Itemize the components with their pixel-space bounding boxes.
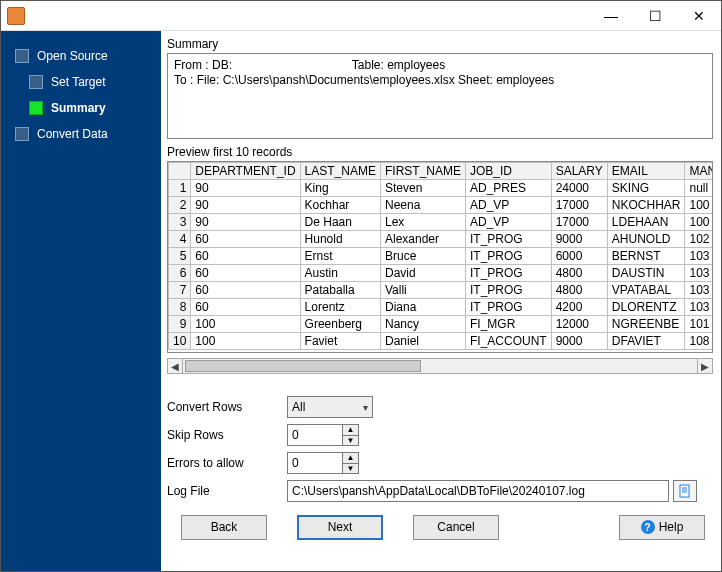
row-number: 8 — [169, 299, 191, 316]
svg-rect-0 — [680, 485, 689, 497]
table-cell: 9000 — [551, 333, 607, 350]
table-row[interactable]: 390De HaanLexAD_VP17000LDEHAAN100 — [169, 214, 714, 231]
table-row[interactable]: 190KingStevenAD_PRES24000SKINGnull — [169, 180, 714, 197]
summary-box: From : DB: Table: employees To : File: C… — [167, 53, 713, 139]
help-icon: ? — [641, 520, 655, 534]
close-button[interactable]: ✕ — [677, 1, 721, 30]
next-button[interactable]: Next — [297, 515, 383, 540]
errors-allow-stepper[interactable]: ▲▼ — [287, 452, 359, 474]
table-cell: 90 — [191, 214, 300, 231]
table-cell: Alexander — [380, 231, 465, 248]
table-cell: 103 — [685, 299, 713, 316]
row-number: 4 — [169, 231, 191, 248]
row-number: 2 — [169, 197, 191, 214]
scroll-track[interactable] — [183, 358, 697, 374]
wizard-sidebar: Open Source Set Target Summary Convert D… — [1, 31, 161, 571]
table-cell: LDEHAAN — [607, 214, 685, 231]
table-cell: 60 — [191, 265, 300, 282]
summary-line-from: From : DB: Table: employees — [174, 58, 445, 72]
table-row[interactable]: 10100FavietDanielFI_ACCOUNT9000DFAVIET10… — [169, 333, 714, 350]
scroll-right-icon[interactable]: ▶ — [697, 358, 713, 374]
errors-allow-input[interactable] — [288, 453, 342, 473]
column-header[interactable]: JOB_ID — [465, 163, 551, 180]
table-cell: VPATABAL — [607, 282, 685, 299]
table-cell: 60 — [191, 248, 300, 265]
table-cell: Bruce — [380, 248, 465, 265]
row-number: 10 — [169, 333, 191, 350]
spin-up-icon[interactable]: ▲ — [343, 425, 358, 436]
skip-rows-label: Skip Rows — [167, 428, 287, 442]
table-cell: 60 — [191, 282, 300, 299]
table-cell: NKOCHHAR — [607, 197, 685, 214]
table-cell: AD_VP — [465, 197, 551, 214]
table-cell: 60 — [191, 299, 300, 316]
spin-up-icon[interactable]: ▲ — [343, 453, 358, 464]
preview-heading: Preview first 10 records — [167, 145, 713, 159]
table-cell: DLORENTZ — [607, 299, 685, 316]
table-row[interactable]: 460HunoldAlexanderIT_PROG9000AHUNOLD102 — [169, 231, 714, 248]
table-cell: 100 — [685, 197, 713, 214]
step-node-icon — [15, 127, 29, 141]
scroll-left-icon[interactable]: ◀ — [167, 358, 183, 374]
minimize-button[interactable]: — — [589, 1, 633, 30]
column-header[interactable]: EMAIL — [607, 163, 685, 180]
row-number: 7 — [169, 282, 191, 299]
wizard-footer: Back Next Cancel ? Help — [167, 505, 713, 549]
column-header[interactable]: LAST_NAME — [300, 163, 380, 180]
table-cell: IT_PROG — [465, 265, 551, 282]
sidebar-item-set-target[interactable]: Set Target — [1, 69, 161, 95]
help-button[interactable]: ? Help — [619, 515, 705, 540]
table-cell: 60 — [191, 231, 300, 248]
table-row[interactable]: 560ErnstBruceIT_PROG6000BERNST103 — [169, 248, 714, 265]
table-cell: 12000 — [551, 316, 607, 333]
table-cell: IT_PROG — [465, 231, 551, 248]
table-cell: 90 — [191, 180, 300, 197]
errors-allow-label: Errors to allow — [167, 456, 287, 470]
table-row[interactable]: 760PataballaValliIT_PROG4800VPATABAL103 — [169, 282, 714, 299]
table-row[interactable]: 290KochharNeenaAD_VP17000NKOCHHAR100 — [169, 197, 714, 214]
logfile-input[interactable] — [287, 480, 669, 502]
sidebar-item-label: Summary — [51, 101, 106, 115]
table-cell: 103 — [685, 282, 713, 299]
logfile-browse-button[interactable] — [673, 480, 697, 502]
table-cell: Neena — [380, 197, 465, 214]
maximize-button[interactable]: ☐ — [633, 1, 677, 30]
summary-line-to: To : File: C:\Users\pansh\Documents\empl… — [174, 73, 554, 87]
sidebar-item-label: Convert Data — [37, 127, 108, 141]
cancel-button[interactable]: Cancel — [413, 515, 499, 540]
column-header[interactable]: FIRST_NAME — [380, 163, 465, 180]
table-row[interactable]: 660AustinDavidIT_PROG4800DAUSTIN103 — [169, 265, 714, 282]
table-cell: 4800 — [551, 282, 607, 299]
spin-down-icon[interactable]: ▼ — [343, 464, 358, 474]
convert-rows-select[interactable]: All ▾ — [287, 396, 373, 418]
app-window: — ☐ ✕ Open Source Set Target Summary Con… — [0, 0, 722, 572]
table-cell: Daniel — [380, 333, 465, 350]
skip-rows-input[interactable] — [288, 425, 342, 445]
column-header[interactable]: DEPARTMENT_ID — [191, 163, 300, 180]
sidebar-item-open-source[interactable]: Open Source — [1, 43, 161, 69]
preview-table: DEPARTMENT_IDLAST_NAMEFIRST_NAMEJOB_IDSA… — [167, 161, 713, 353]
row-number: 1 — [169, 180, 191, 197]
convert-rows-label: Convert Rows — [167, 400, 287, 414]
table-cell: BERNST — [607, 248, 685, 265]
table-cell: 100 — [191, 316, 300, 333]
spin-down-icon[interactable]: ▼ — [343, 436, 358, 446]
scroll-thumb[interactable] — [185, 360, 421, 372]
table-cell: Lex — [380, 214, 465, 231]
titlebar: — ☐ ✕ — [1, 1, 721, 31]
horizontal-scrollbar[interactable]: ◀ ▶ — [167, 357, 713, 375]
table-row[interactable]: 9100GreenbergNancyFI_MGR12000NGREENBE101 — [169, 316, 714, 333]
sidebar-item-convert-data[interactable]: Convert Data — [1, 121, 161, 147]
rownum-header — [169, 163, 191, 180]
table-cell: Diana — [380, 299, 465, 316]
column-header[interactable]: SALARY — [551, 163, 607, 180]
skip-rows-stepper[interactable]: ▲▼ — [287, 424, 359, 446]
table-cell: David — [380, 265, 465, 282]
document-icon — [678, 484, 692, 498]
column-header[interactable]: MANAG — [685, 163, 713, 180]
main-panel: Summary From : DB: Table: employees To :… — [161, 31, 721, 571]
table-row[interactable]: 860LorentzDianaIT_PROG4200DLORENTZ103 — [169, 299, 714, 316]
sidebar-item-summary[interactable]: Summary — [1, 95, 161, 121]
table-cell: Greenberg — [300, 316, 380, 333]
back-button[interactable]: Back — [181, 515, 267, 540]
